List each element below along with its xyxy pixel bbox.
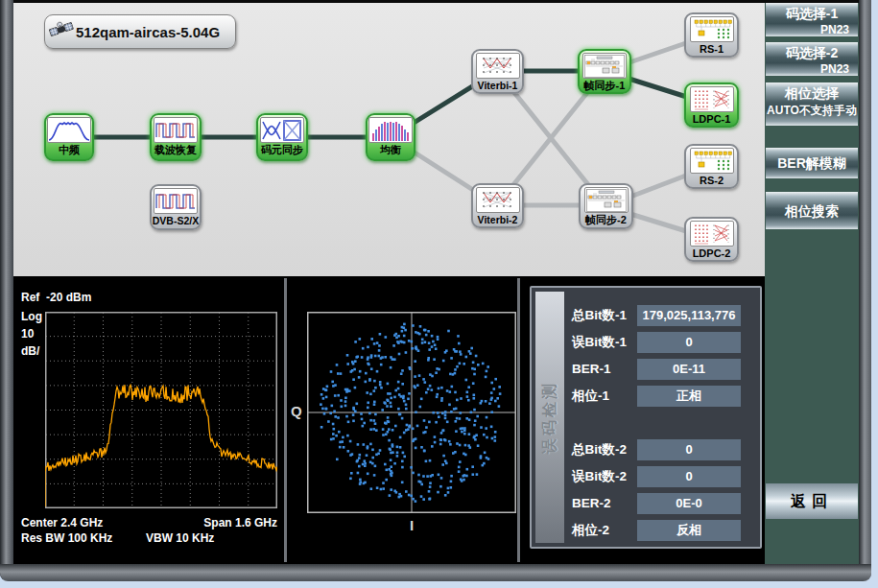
ber-row-label-3: BER-1 <box>572 359 635 380</box>
window-frame-right <box>859 0 871 581</box>
node-if[interactable]: 中频 <box>44 113 94 161</box>
node-viterbi-1[interactable]: Viterbi-1 <box>471 49 524 94</box>
sidebar-button-phase-search[interactable]: 相位搜索 <box>766 192 858 229</box>
sidebar-button-label: 码选择-2 <box>766 45 858 62</box>
ber-row-value-5: 0 <box>637 439 741 460</box>
ber-panel-side-label: 误码检测 <box>540 381 560 454</box>
ber-row-value-6: 0 <box>637 466 741 487</box>
spectrum-center-label: Center 2.4 GHz <box>21 516 103 529</box>
squarewave-icon <box>154 117 198 143</box>
sidebar: 码选择-1PN23码选择-2PN23相位选择AUTO不支持手动BER解模糊相位搜… <box>765 3 859 564</box>
panel-divider-2 <box>517 278 520 562</box>
spectrum-span-label: Span 1.6 GHz <box>181 516 277 529</box>
node-label: 帧同步-2 <box>585 214 627 226</box>
ber-row-label-4: 相位-1 <box>572 386 635 407</box>
framesync-icon <box>584 187 629 213</box>
ber-row-value-4: 正相 <box>637 386 741 407</box>
ber-row-value-8: 反相 <box>637 520 741 541</box>
node-label: 中频 <box>59 144 80 156</box>
node-symbol-sync[interactable]: 码元同步 <box>256 113 308 161</box>
node-rs-1[interactable]: RS-1 <box>684 12 739 58</box>
sidebar-button-label: 相位搜索 <box>766 195 858 227</box>
sidebar-button-sublabel: AUTO不支持手动 <box>766 103 858 119</box>
sidebar-button-sublabel: PN23 <box>766 62 858 76</box>
framesync-icon <box>582 53 627 79</box>
rs-icon <box>690 16 734 42</box>
node-ldpc-2[interactable]: LDPC-2 <box>684 217 739 262</box>
spectrum-rbw-label: Res BW 100 KHz <box>21 531 112 545</box>
node-label: Viterbi-2 <box>478 214 518 226</box>
ber-row-value-7: 0E-0 <box>637 493 741 514</box>
ldpc-icon <box>690 86 734 112</box>
node-label: DVB-S2/X <box>153 215 199 227</box>
ber-row-value-2: 0 <box>637 332 741 353</box>
constellation-plot <box>307 312 516 513</box>
node-dvb-s2x[interactable]: DVB-S2/X <box>150 184 202 230</box>
node-label: LDPC-2 <box>693 247 731 260</box>
sidebar-button-ber-deambiguity[interactable]: BER解模糊 <box>766 148 858 178</box>
node-carrier-recovery[interactable]: 载波恢复 <box>150 113 202 161</box>
node-label: 帧同步-1 <box>584 80 626 92</box>
node-label: 载波恢复 <box>154 144 197 156</box>
node-label: 均衡 <box>380 144 401 156</box>
signal-title-button[interactable]: 512qam-aircas-5.04G <box>44 14 236 49</box>
squarewave-icon <box>154 188 198 214</box>
sidebar-button-phase-select[interactable]: 相位选择AUTO不支持手动 <box>766 82 858 126</box>
ber-row-label-7: BER-2 <box>572 493 635 514</box>
constellation-q-axis-label: Q <box>291 403 302 419</box>
node-ldpc-1[interactable]: LDPC-1 <box>684 82 739 128</box>
ber-panel-side-strip: 误码检测 <box>535 292 564 543</box>
signal-title-label: 512qam-aircas-5.04G <box>76 24 220 40</box>
spectrum-vbw-label: VBW 10 KHz <box>146 531 214 545</box>
node-rs-2[interactable]: RS-2 <box>684 144 739 189</box>
trellis-icon <box>476 53 520 79</box>
sidebar-button-sublabel: PN23 <box>766 23 858 36</box>
ber-row-value-1: 179,025,113,776 <box>637 305 741 326</box>
ber-row-value-3: 0E-11 <box>637 359 741 380</box>
spectrum-scale-label: Log 10 dB/ <box>21 308 42 360</box>
ber-row-label-5: 总Bit数-2 <box>572 439 635 460</box>
ber-row-label-1: 总Bit数-1 <box>572 305 635 326</box>
app-window: 512qam-aircas-5.04G 中频载波恢复码元同步均衡DVB-S2/X… <box>0 0 878 588</box>
node-label: LDPC-1 <box>693 113 731 126</box>
equalizer-icon <box>368 117 413 143</box>
ber-row-label-6: 误Bit数-2 <box>572 466 635 487</box>
node-viterbi-2[interactable]: Viterbi-2 <box>471 183 524 228</box>
node-frame-sync-2[interactable]: 帧同步-2 <box>579 183 633 229</box>
panel-divider-1 <box>284 278 287 562</box>
spectrum-ref-label: Ref -20 dBm <box>21 291 91 304</box>
node-frame-sync-1[interactable]: 帧同步-1 <box>578 49 631 94</box>
ber-row-label-2: 误Bit数-1 <box>572 332 635 353</box>
window-frame-left <box>0 0 13 581</box>
trellis-icon <box>476 187 520 213</box>
node-label: RS-1 <box>700 43 724 56</box>
node-label: RS-2 <box>700 175 724 187</box>
sidebar-button-code-select-1[interactable]: 码选择-1PN23 <box>766 3 858 36</box>
sidebar-button-label: BER解模糊 <box>766 151 858 176</box>
ber-panel: 误码检测 总Bit数-1179,025,113,776误Bit数-10BER-1… <box>530 286 762 549</box>
back-button[interactable]: 返回 <box>766 483 858 519</box>
window-frame-bottom <box>0 564 871 581</box>
sidebar-button-label: 码选择-1 <box>766 6 858 23</box>
rs-icon <box>690 148 734 174</box>
satellite-icon <box>49 17 74 46</box>
eye-diagram-icon <box>260 117 304 143</box>
node-label: 码元同步 <box>261 144 303 156</box>
constellation-i-axis-label: I <box>307 517 516 533</box>
ber-row-label-8: 相位-2 <box>572 520 635 541</box>
diagram-canvas: 512qam-aircas-5.04G 中频载波恢复码元同步均衡DVB-S2/X… <box>13 3 765 276</box>
ldpc-icon <box>690 221 734 247</box>
sidebar-button-code-select-2[interactable]: 码选择-2PN23 <box>766 42 858 76</box>
bandpass-icon <box>47 117 91 143</box>
sidebar-button-label: 相位选择 <box>766 85 858 103</box>
node-equalizer[interactable]: 均衡 <box>366 113 415 161</box>
spectrum-plot <box>45 312 277 508</box>
window-frame-top <box>0 0 871 3</box>
node-label: Viterbi-1 <box>478 80 518 92</box>
